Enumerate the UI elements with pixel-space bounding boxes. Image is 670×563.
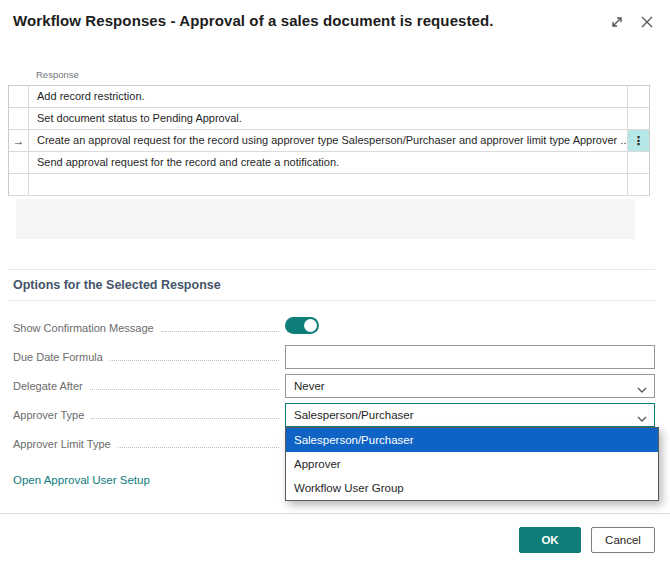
- options-fields: Show Confirmation Message Due Date Formu…: [0, 316, 670, 488]
- due-date-formula-label: Due Date Formula: [13, 351, 103, 363]
- field-due-date-formula: Due Date Formula: [13, 345, 655, 369]
- approver-type-select[interactable]: Salesperson/Purchaser: [285, 403, 655, 427]
- response-text[interactable]: [29, 174, 627, 195]
- dropdown-option-salesperson-purchaser[interactable]: Salesperson/Purchaser: [286, 428, 658, 452]
- field-approver-type: Approver Type Salesperson/Purchaser Sale…: [13, 403, 655, 427]
- dropdown-option-approver[interactable]: Approver: [286, 452, 658, 476]
- row-menu-cell[interactable]: [627, 152, 649, 173]
- table-row-empty[interactable]: [9, 174, 649, 196]
- delegate-after-label: Delegate After: [13, 380, 83, 392]
- dotted-leader: [161, 331, 279, 332]
- expand-icon[interactable]: [609, 14, 625, 30]
- toggle-knob: [304, 319, 317, 332]
- show-confirmation-message-label: Show Confirmation Message: [13, 322, 154, 334]
- dotted-leader: [91, 418, 279, 419]
- responses-table: Response Add record restriction. Set doc…: [8, 69, 650, 239]
- row-selector-cell[interactable]: [9, 152, 29, 173]
- approver-type-label: Approver Type: [13, 409, 84, 421]
- table-row[interactable]: Add record restriction.: [9, 86, 649, 108]
- table-footer-area: [16, 199, 635, 239]
- table-row[interactable]: Set document status to Pending Approval.: [9, 108, 649, 130]
- cancel-button[interactable]: Cancel: [591, 527, 655, 553]
- options-section-heading: Options for the Selected Response: [13, 278, 655, 292]
- dialog-titlebar: Workflow Responses - Approval of a sales…: [0, 0, 670, 30]
- response-text[interactable]: Add record restriction.: [29, 86, 627, 107]
- responses-grid: Add record restriction. Set document sta…: [8, 85, 650, 196]
- row-menu-cell[interactable]: [627, 108, 649, 129]
- chevron-down-icon: [637, 412, 647, 424]
- delegate-after-select[interactable]: Never: [285, 374, 655, 398]
- response-column-header: Response: [36, 69, 650, 80]
- row-menu-cell[interactable]: [627, 174, 649, 195]
- row-selector-cell[interactable]: [9, 86, 29, 107]
- row-menu-cell[interactable]: [627, 86, 649, 107]
- dialog-footer: OK Cancel: [0, 513, 670, 563]
- dialog-title: Workflow Responses - Approval of a sales…: [13, 12, 609, 29]
- approver-type-dropdown: Salesperson/Purchaser Approver Workflow …: [285, 427, 659, 501]
- response-text[interactable]: Send approval request for the record and…: [29, 152, 627, 173]
- selected-row-arrow-icon[interactable]: →: [9, 130, 29, 151]
- field-delegate-after: Delegate After Never: [13, 374, 655, 398]
- field-show-confirmation-message: Show Confirmation Message: [13, 316, 655, 340]
- ellipsis-menu-icon[interactable]: ⋮: [633, 135, 645, 147]
- table-row[interactable]: Send approval request for the record and…: [9, 152, 649, 174]
- row-selector-cell[interactable]: [9, 174, 29, 195]
- dotted-leader: [110, 360, 279, 361]
- approver-limit-type-label: Approver Limit Type: [13, 438, 111, 450]
- close-icon[interactable]: [639, 14, 655, 30]
- section-divider-top: [8, 269, 655, 270]
- row-selector-cell[interactable]: [9, 108, 29, 129]
- response-text[interactable]: Set document status to Pending Approval.: [29, 108, 627, 129]
- dropdown-option-workflow-user-group[interactable]: Workflow User Group: [286, 476, 658, 500]
- show-confirmation-message-toggle[interactable]: [285, 317, 319, 334]
- chevron-down-icon: [637, 383, 647, 395]
- table-row-selected[interactable]: → Create an approval request for the rec…: [9, 130, 649, 152]
- ok-button[interactable]: OK: [519, 527, 581, 553]
- response-text[interactable]: Create an approval request for the recor…: [29, 130, 627, 151]
- due-date-formula-input[interactable]: [285, 345, 655, 369]
- row-menu-cell[interactable]: ⋮: [627, 130, 649, 151]
- dotted-leader: [118, 447, 279, 448]
- window-controls: [609, 12, 655, 30]
- section-divider-bottom: [8, 300, 655, 301]
- approver-type-value: Salesperson/Purchaser: [294, 409, 414, 421]
- open-approval-user-setup-link[interactable]: Open Approval User Setup: [13, 474, 150, 486]
- dotted-leader: [90, 389, 279, 390]
- delegate-after-value: Never: [294, 380, 325, 392]
